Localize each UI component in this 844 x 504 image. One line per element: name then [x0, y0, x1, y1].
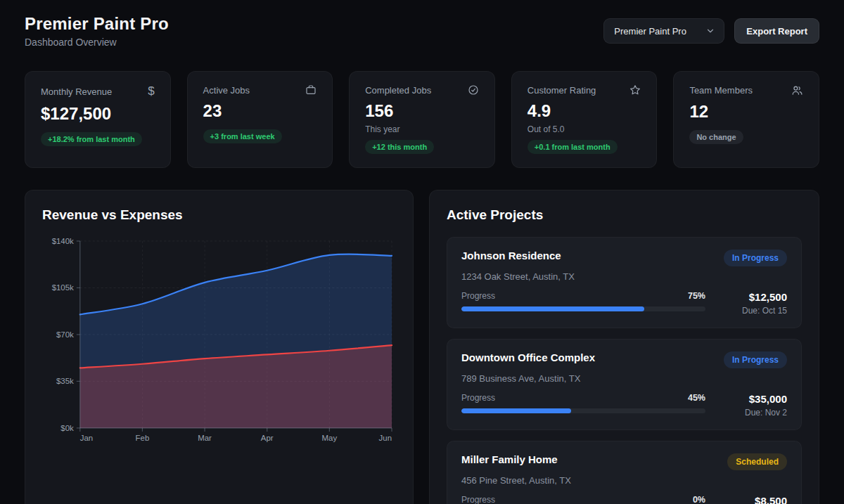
project-card-miller-family-home[interactable]: Miller Family Home Scheduled 456 Pine St…: [447, 441, 802, 504]
dollar-icon: $: [148, 84, 154, 98]
svg-text:Jun: Jun: [379, 434, 392, 442]
export-report-button[interactable]: Export Report: [734, 18, 819, 44]
svg-text:Apr: Apr: [261, 434, 274, 442]
progress-percent: 45%: [688, 393, 705, 403]
stat-value: 23: [203, 101, 317, 121]
stat-badge: +12 this month: [365, 140, 434, 154]
active-projects-panel: Active Projects Johnson Residence In Pro…: [429, 190, 819, 504]
project-address: 789 Business Ave, Austin, TX: [461, 373, 787, 384]
progress-percent: 75%: [688, 291, 705, 301]
progress-label: Progress: [461, 495, 495, 504]
dashboard-page: Premier Paint Pro Dashboard Overview Pre…: [0, 0, 844, 504]
svg-text:May: May: [322, 434, 338, 442]
stat-badge: No change: [689, 130, 743, 144]
progress-bar: [461, 306, 705, 311]
briefcase-icon: [305, 84, 316, 96]
stat-label: Customer Rating: [528, 85, 596, 96]
stat-value: 12: [689, 102, 803, 122]
project-name: Miller Family Home: [461, 453, 558, 465]
project-amount: $12,500: [720, 291, 787, 303]
progress-label: Progress: [461, 393, 495, 403]
stat-card-team-members: Team Members 12 No change: [673, 71, 819, 168]
progress-bar: [461, 408, 705, 413]
svg-text:$35k: $35k: [56, 377, 74, 385]
project-amount: $8,500: [720, 495, 787, 504]
status-badge: Scheduled: [727, 453, 787, 470]
project-due-date: Due: Nov 2: [720, 408, 787, 418]
project-card-downtown-office-complex[interactable]: Downtown Office Complex In Progress 789 …: [447, 339, 802, 430]
stat-sublabel: This year: [365, 124, 479, 134]
stat-badge: +3 from last week: [203, 129, 282, 143]
star-icon: [629, 84, 641, 96]
stat-value: 156: [365, 101, 479, 121]
stat-label: Monthly Revenue: [41, 86, 112, 97]
users-icon: [791, 84, 803, 96]
progress-bar-fill: [461, 306, 644, 311]
svg-text:$70k: $70k: [56, 330, 74, 339]
progress-percent: 0%: [693, 495, 705, 504]
project-amount: $35,000: [720, 393, 787, 405]
stat-label: Completed Jobs: [365, 85, 431, 96]
stat-value: 4.9: [528, 101, 641, 121]
chart-title: Revenue vs Expenses: [42, 207, 396, 223]
projects-title: Active Projects: [447, 207, 802, 223]
company-selector-value: Premier Paint Pro: [614, 26, 686, 37]
progress-bar-fill: [461, 408, 571, 413]
svg-text:$0k: $0k: [60, 424, 74, 432]
header: Premier Paint Pro Dashboard Overview Pre…: [25, 0, 819, 48]
svg-text:Feb: Feb: [136, 434, 150, 442]
svg-text:Jan: Jan: [80, 434, 93, 442]
svg-text:$140k: $140k: [52, 237, 74, 245]
status-badge: In Progress: [724, 351, 787, 368]
page-subtitle: Dashboard Overview: [25, 37, 169, 48]
project-due-date: Due: Oct 15: [720, 306, 787, 316]
company-selector[interactable]: Premier Paint Pro: [603, 18, 724, 44]
project-address: 456 Pine Street, Austin, TX: [461, 475, 787, 486]
stats-row: Monthly Revenue $ $127,500 +18.2% from l…: [25, 71, 819, 168]
chart-wrap: $0k$35k$70k$105k$140kJanFebMarAprMayJun: [42, 235, 396, 453]
project-address: 1234 Oak Street, Austin, TX: [461, 271, 787, 282]
stat-label: Team Members: [689, 85, 753, 96]
project-card-johnson-residence[interactable]: Johnson Residence In Progress 1234 Oak S…: [447, 237, 802, 328]
chevron-down-icon: [705, 26, 715, 36]
svg-text:$105k: $105k: [52, 283, 74, 292]
revenue-expenses-panel: Revenue vs Expenses $0k$35k$70k$105k$140…: [25, 190, 414, 504]
stat-label: Active Jobs: [203, 85, 250, 96]
project-name: Johnson Residence: [461, 250, 561, 261]
stat-badge: +0.1 from last month: [528, 140, 618, 154]
header-titles: Premier Paint Pro Dashboard Overview: [25, 14, 169, 48]
project-name: Downtown Office Complex: [461, 351, 595, 363]
stat-badge: +18.2% from last month: [41, 132, 142, 146]
stat-card-monthly-revenue: Monthly Revenue $ $127,500 +18.2% from l…: [25, 71, 171, 168]
stat-card-customer-rating: Customer Rating 4.9 Out of 5.0 +0.1 from…: [511, 71, 658, 168]
stat-sublabel: Out of 5.0: [528, 124, 641, 134]
page-title: Premier Paint Pro: [25, 14, 169, 34]
svg-text:Mar: Mar: [198, 434, 212, 442]
revenue-expenses-chart: $0k$35k$70k$105k$140kJanFebMarAprMayJun: [42, 235, 396, 453]
project-list: Johnson Residence In Progress 1234 Oak S…: [447, 237, 802, 504]
main-row: Revenue vs Expenses $0k$35k$70k$105k$140…: [25, 190, 819, 504]
stat-card-active-jobs: Active Jobs 23 +3 from last week: [187, 71, 333, 168]
stat-value: $127,500: [41, 104, 155, 124]
status-badge: In Progress: [724, 250, 787, 266]
progress-label: Progress: [461, 291, 495, 301]
header-actions: Premier Paint Pro Export Report: [603, 18, 819, 44]
stat-card-completed-jobs: Completed Jobs 156 This year +12 this mo…: [349, 71, 495, 168]
check-circle-icon: [468, 84, 479, 96]
